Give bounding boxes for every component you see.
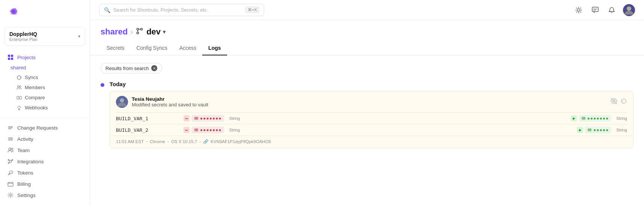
secret-row: BUILD_VAR_2 − ●●●●●●● String: [116, 124, 627, 136]
breadcrumb-separator: ›: [131, 28, 133, 36]
date-content: Today Tesia Neujahr Modified secrets and…: [110, 81, 633, 148]
svg-point-48: [120, 99, 124, 103]
tab-secrets-label: Secrets: [107, 45, 124, 51]
date-dot: [101, 83, 104, 87]
bell-icon[interactable]: [606, 5, 617, 15]
svg-point-30: [578, 9, 580, 11]
log-user-info: Tesia Neujahr Modified secrets and saved…: [132, 96, 208, 107]
chat-icon[interactable]: [590, 5, 600, 15]
compare-icon: [17, 95, 22, 100]
user-avatar[interactable]: [623, 4, 635, 16]
secret-name-2: BUILD_VAR_2: [116, 127, 184, 133]
svg-rect-1: [8, 55, 10, 57]
log-user: Tesia Neujahr Modified secrets and saved…: [116, 96, 208, 108]
settings-label: Settings: [17, 193, 36, 198]
filter-badge[interactable]: Results from search ✕: [101, 63, 162, 73]
sidebar-item-change-requests[interactable]: Change Requests: [0, 122, 90, 133]
workspace-plan: Enterprise Plan: [9, 37, 38, 42]
tab-config-syncs[interactable]: Config Syncs: [130, 41, 173, 55]
sidebar-item-settings[interactable]: Settings: [0, 190, 90, 201]
svg-point-18: [11, 148, 13, 150]
workspace-selector[interactable]: DopplerHQ Enterprise Plan ▾: [5, 27, 85, 46]
search-bar[interactable]: 🔍 Search for Shortcuts, Projects, Secret…: [99, 4, 264, 16]
tab-access[interactable]: Access: [173, 41, 202, 55]
restore-icon[interactable]: [620, 98, 627, 106]
link-icon: 🔗: [203, 139, 208, 144]
secret-change-old-1: − ●●●●●●● String: [184, 115, 571, 122]
svg-rect-8: [20, 96, 21, 99]
syncs-label: Syncs: [25, 75, 38, 80]
topbar-actions: [573, 4, 635, 16]
team-label: Team: [17, 148, 30, 153]
svg-line-38: [576, 12, 577, 12]
sidebar-item-webhooks[interactable]: Webhooks: [0, 103, 90, 113]
filter-close-button[interactable]: ✕: [151, 65, 157, 71]
footer-dot-2: •: [167, 139, 169, 144]
secret-old-value-2: ●●●●●●●: [192, 127, 224, 133]
secret-old-value-1: ●●●●●●●: [192, 115, 224, 122]
hide-icon[interactable]: [611, 98, 617, 106]
search-icon: 🔍: [104, 7, 110, 13]
tab-access-label: Access: [179, 45, 196, 51]
svg-point-29: [10, 194, 12, 196]
sidebar-item-members[interactable]: Members: [0, 82, 90, 93]
workspace-name: DopplerHQ: [9, 31, 38, 37]
svg-rect-57: [588, 128, 591, 131]
sun-icon[interactable]: [573, 5, 584, 15]
integrations-label: Integrations: [17, 159, 44, 164]
branch-icon: [136, 27, 143, 36]
tokens-label: Tokens: [17, 170, 33, 176]
sidebar-project-shared[interactable]: shared: [0, 63, 90, 72]
sidebar-item-tokens[interactable]: Tokens: [0, 167, 90, 178]
log-time: 11:01 AM EST: [116, 139, 144, 144]
sidebar-item-syncs[interactable]: Syncs: [0, 72, 90, 82]
sidebar-item-integrations[interactable]: Integrations: [0, 156, 90, 167]
plus-sign-2: +: [577, 127, 583, 133]
svg-rect-7: [17, 96, 19, 99]
members-label: Members: [25, 85, 45, 90]
svg-line-37: [581, 8, 581, 8]
env-label: dev: [146, 27, 161, 37]
svg-point-19: [9, 160, 12, 163]
projects-section: Projects shared Syncs Members Compare: [0, 49, 90, 116]
secret-change-new-1: + ●●●●●●● String: [571, 115, 627, 122]
sidebar-divider-1: [0, 117, 90, 118]
sidebar-item-projects[interactable]: Projects: [0, 52, 90, 63]
main-content: 🔍 Search for Shortcuts, Projects, Secret…: [90, 0, 644, 206]
change-requests-icon: [8, 125, 14, 131]
sidebar-item-activity[interactable]: Activity: [0, 133, 90, 145]
secret-new-value-2: ●●●●●: [585, 127, 611, 133]
log-header: Tesia Neujahr Modified secrets and saved…: [110, 91, 633, 112]
secret-row: BUILD_VAR_1 − ●●●●●●● String: [116, 112, 627, 124]
logo-area: ✳: [0, 0, 90, 24]
svg-rect-4: [11, 58, 13, 60]
topbar: 🔍 Search for Shortcuts, Projects, Secret…: [90, 0, 644, 20]
billing-icon: [8, 181, 14, 187]
svg-rect-39: [592, 7, 598, 12]
log-token: KVN9AF1P1dyjPlfQpk9OAHO5: [211, 139, 271, 144]
tab-secrets[interactable]: Secrets: [101, 41, 130, 55]
secret-type-right-2: String: [616, 128, 627, 132]
compare-label: Compare: [25, 95, 45, 100]
sidebar-item-team[interactable]: Team: [0, 145, 90, 156]
projects-icon: [8, 54, 14, 60]
log-footer: 11:01 AM EST • Chrome • OS X 10.15.7 • 🔗…: [110, 136, 633, 148]
secret-change-new-2: + ●●●●● String: [577, 127, 627, 133]
tabs-bar: Secrets Config Syncs Access Logs: [90, 41, 644, 55]
plus-sign-1: +: [571, 115, 577, 121]
doppler-logo: ✳: [8, 6, 20, 18]
tab-logs[interactable]: Logs: [202, 41, 227, 55]
breadcrumb-environment[interactable]: dev ▾: [146, 27, 166, 37]
minus-sign-2: −: [184, 127, 190, 133]
search-placeholder: Search for Shortcuts, Projects, Secrets,…: [113, 7, 208, 13]
log-entry: Tesia Neujahr Modified secrets and saved…: [110, 91, 633, 148]
svg-rect-3: [8, 58, 10, 60]
billing-label: Billing: [17, 181, 31, 187]
sidebar: ✳ DopplerHQ Enterprise Plan ▾ Projects s…: [0, 0, 90, 206]
sidebar-item-billing[interactable]: Billing: [0, 178, 90, 190]
svg-rect-2: [11, 55, 13, 57]
tokens-icon: [8, 170, 14, 176]
svg-rect-53: [582, 117, 585, 120]
breadcrumb-project[interactable]: shared: [101, 27, 128, 37]
sidebar-item-compare[interactable]: Compare: [0, 93, 90, 103]
